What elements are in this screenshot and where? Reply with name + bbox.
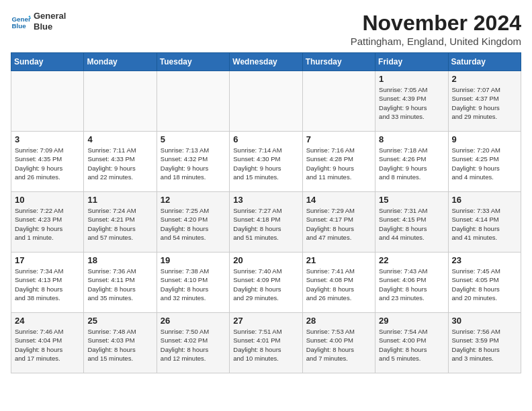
day-number: 3 (15, 134, 80, 144)
day-info: Sunrise: 7:54 AM Sunset: 4:00 PM Dayligh… (379, 327, 444, 363)
day-number: 25 (87, 316, 152, 326)
day-number: 8 (379, 134, 444, 144)
day-info: Sunrise: 7:38 AM Sunset: 4:10 PM Dayligh… (161, 267, 226, 302)
day-info: Sunrise: 7:13 AM Sunset: 4:32 PM Dayligh… (161, 146, 226, 181)
day-info: Sunrise: 7:34 AM Sunset: 4:13 PM Dayligh… (15, 267, 80, 302)
calendar-cell: 9Sunrise: 7:20 AM Sunset: 4:25 PM Daylig… (448, 132, 521, 192)
day-number: 7 (306, 134, 371, 144)
day-info: Sunrise: 7:46 AM Sunset: 4:04 PM Dayligh… (15, 327, 80, 363)
day-info: Sunrise: 7:27 AM Sunset: 4:18 PM Dayligh… (233, 206, 298, 242)
day-number: 23 (452, 255, 517, 265)
calendar-cell: 10Sunrise: 7:22 AM Sunset: 4:23 PM Dayli… (11, 192, 84, 253)
day-info: Sunrise: 7:18 AM Sunset: 4:26 PM Dayligh… (379, 146, 444, 181)
calendar-cell (11, 71, 84, 132)
calendar-cell: 4Sunrise: 7:11 AM Sunset: 4:33 PM Daylig… (84, 132, 157, 192)
calendar-cell: 30Sunrise: 7:56 AM Sunset: 3:59 PM Dayli… (448, 313, 521, 373)
calendar-cell: 14Sunrise: 7:29 AM Sunset: 4:17 PM Dayli… (302, 192, 375, 253)
day-info: Sunrise: 7:31 AM Sunset: 4:15 PM Dayligh… (379, 206, 444, 242)
day-number: 22 (379, 255, 444, 265)
calendar-cell: 16Sunrise: 7:33 AM Sunset: 4:14 PM Dayli… (448, 192, 521, 253)
weekday-header-tuesday: Tuesday (157, 53, 229, 71)
calendar-cell: 12Sunrise: 7:25 AM Sunset: 4:20 PM Dayli… (157, 192, 229, 253)
calendar-cell: 2Sunrise: 7:07 AM Sunset: 4:37 PM Daylig… (448, 71, 521, 132)
day-number: 24 (15, 316, 80, 326)
day-info: Sunrise: 7:20 AM Sunset: 4:25 PM Dayligh… (452, 146, 517, 181)
calendar-cell: 7Sunrise: 7:16 AM Sunset: 4:28 PM Daylig… (302, 132, 375, 192)
weekday-header-sunday: Sunday (11, 53, 84, 71)
day-number: 4 (87, 134, 152, 144)
week-row-4: 17Sunrise: 7:34 AM Sunset: 4:13 PM Dayli… (11, 253, 521, 313)
logo-text: General Blue (34, 11, 66, 32)
calendar-cell: 26Sunrise: 7:50 AM Sunset: 4:02 PM Dayli… (157, 313, 229, 373)
calendar-cell (230, 71, 302, 132)
day-info: Sunrise: 7:33 AM Sunset: 4:14 PM Dayligh… (452, 206, 517, 242)
day-number: 27 (233, 316, 298, 326)
svg-text:Blue: Blue (12, 21, 27, 29)
weekday-header-friday: Friday (375, 53, 448, 71)
weekday-header-row: SundayMondayTuesdayWednesdayThursdayFrid… (11, 53, 521, 71)
day-number: 13 (233, 195, 298, 205)
day-info: Sunrise: 7:24 AM Sunset: 4:21 PM Dayligh… (87, 206, 152, 242)
day-number: 6 (233, 134, 298, 144)
calendar-cell: 22Sunrise: 7:43 AM Sunset: 4:06 PM Dayli… (375, 253, 448, 313)
calendar-cell (84, 71, 157, 132)
day-number: 29 (379, 316, 444, 326)
calendar-cell: 3Sunrise: 7:09 AM Sunset: 4:35 PM Daylig… (11, 132, 84, 192)
location-subtitle: Pattingham, England, United Kingdom (351, 36, 521, 47)
calendar-cell: 27Sunrise: 7:51 AM Sunset: 4:01 PM Dayli… (230, 313, 302, 373)
day-info: Sunrise: 7:50 AM Sunset: 4:02 PM Dayligh… (161, 327, 226, 363)
calendar-cell: 17Sunrise: 7:34 AM Sunset: 4:13 PM Dayli… (11, 253, 84, 313)
day-info: Sunrise: 7:09 AM Sunset: 4:35 PM Dayligh… (15, 146, 80, 181)
page-header: General Blue General Blue November 2024 … (11, 11, 521, 47)
day-number: 1 (379, 74, 444, 84)
day-number: 5 (161, 134, 226, 144)
day-info: Sunrise: 7:41 AM Sunset: 4:08 PM Dayligh… (306, 267, 371, 302)
calendar-cell: 19Sunrise: 7:38 AM Sunset: 4:10 PM Dayli… (157, 253, 229, 313)
day-number: 10 (15, 195, 80, 205)
day-info: Sunrise: 7:22 AM Sunset: 4:23 PM Dayligh… (15, 206, 80, 242)
calendar-table: SundayMondayTuesdayWednesdayThursdayFrid… (11, 52, 521, 373)
title-area: November 2024 Pattingham, England, Unite… (351, 11, 521, 47)
calendar-cell: 15Sunrise: 7:31 AM Sunset: 4:15 PM Dayli… (375, 192, 448, 253)
day-info: Sunrise: 7:48 AM Sunset: 4:03 PM Dayligh… (87, 327, 152, 363)
calendar-cell: 6Sunrise: 7:14 AM Sunset: 4:30 PM Daylig… (230, 132, 302, 192)
day-number: 18 (87, 255, 152, 265)
weekday-header-wednesday: Wednesday (230, 53, 302, 71)
day-info: Sunrise: 7:53 AM Sunset: 4:00 PM Dayligh… (306, 327, 371, 363)
calendar-cell: 11Sunrise: 7:24 AM Sunset: 4:21 PM Dayli… (84, 192, 157, 253)
day-number: 17 (15, 255, 80, 265)
day-number: 26 (161, 316, 226, 326)
week-row-1: 1Sunrise: 7:05 AM Sunset: 4:39 PM Daylig… (11, 71, 521, 132)
calendar-cell: 28Sunrise: 7:53 AM Sunset: 4:00 PM Dayli… (302, 313, 375, 373)
day-info: Sunrise: 7:14 AM Sunset: 4:30 PM Dayligh… (233, 146, 298, 181)
week-row-2: 3Sunrise: 7:09 AM Sunset: 4:35 PM Daylig… (11, 132, 521, 192)
calendar-cell: 21Sunrise: 7:41 AM Sunset: 4:08 PM Dayli… (302, 253, 375, 313)
calendar-cell: 8Sunrise: 7:18 AM Sunset: 4:26 PM Daylig… (375, 132, 448, 192)
calendar-cell: 24Sunrise: 7:46 AM Sunset: 4:04 PM Dayli… (11, 313, 84, 373)
day-info: Sunrise: 7:07 AM Sunset: 4:37 PM Dayligh… (452, 85, 517, 121)
day-number: 12 (161, 195, 226, 205)
day-number: 19 (161, 255, 226, 265)
logo: General Blue General Blue (11, 11, 66, 32)
day-info: Sunrise: 7:11 AM Sunset: 4:33 PM Dayligh… (87, 146, 152, 181)
day-number: 16 (452, 195, 517, 205)
month-title: November 2024 (351, 11, 521, 36)
day-info: Sunrise: 7:51 AM Sunset: 4:01 PM Dayligh… (233, 327, 298, 363)
day-info: Sunrise: 7:29 AM Sunset: 4:17 PM Dayligh… (306, 206, 371, 242)
day-number: 28 (306, 316, 371, 326)
calendar-cell: 20Sunrise: 7:40 AM Sunset: 4:09 PM Dayli… (230, 253, 302, 313)
day-number: 14 (306, 195, 371, 205)
day-info: Sunrise: 7:40 AM Sunset: 4:09 PM Dayligh… (233, 267, 298, 302)
day-info: Sunrise: 7:56 AM Sunset: 3:59 PM Dayligh… (452, 327, 517, 363)
calendar-cell: 29Sunrise: 7:54 AM Sunset: 4:00 PM Dayli… (375, 313, 448, 373)
day-number: 9 (452, 134, 517, 144)
week-row-3: 10Sunrise: 7:22 AM Sunset: 4:23 PM Dayli… (11, 192, 521, 253)
weekday-header-thursday: Thursday (302, 53, 375, 71)
day-info: Sunrise: 7:45 AM Sunset: 4:05 PM Dayligh… (452, 267, 517, 302)
day-number: 20 (233, 255, 298, 265)
calendar-cell (302, 71, 375, 132)
weekday-header-monday: Monday (84, 53, 157, 71)
logo-icon: General Blue (11, 11, 31, 32)
weekday-header-saturday: Saturday (448, 53, 521, 71)
day-info: Sunrise: 7:16 AM Sunset: 4:28 PM Dayligh… (306, 146, 371, 181)
